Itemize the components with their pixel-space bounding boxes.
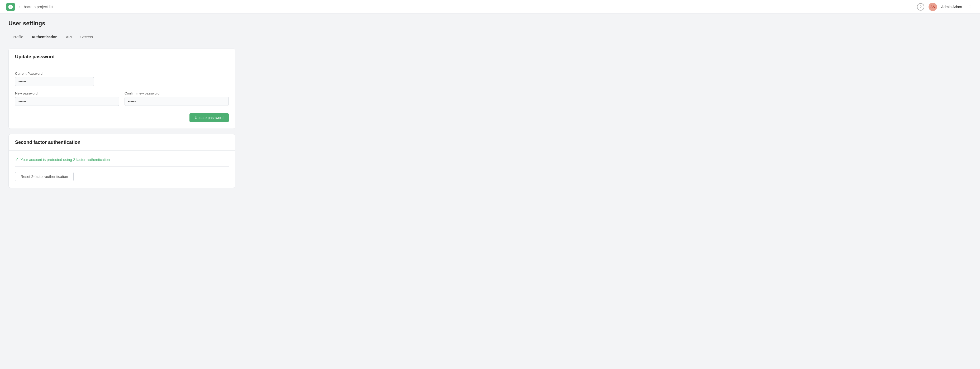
tab-api[interactable]: API <box>62 32 76 42</box>
tabs-nav: Profile Authentication API Secrets <box>8 32 972 42</box>
confirm-password-input[interactable] <box>124 97 229 106</box>
page-title: User settings <box>8 20 972 27</box>
user-name: Admin Adam <box>941 5 962 9</box>
new-password-label: New password <box>15 91 119 95</box>
two-factor-status-text: Your account is protected using 2-factor… <box>21 157 110 162</box>
app-logo[interactable] <box>6 3 15 11</box>
topbar: ← back to project list ? AA Admin Adam ⋮ <box>0 0 980 14</box>
current-password-input[interactable] <box>15 77 94 86</box>
avatar[interactable]: AA <box>929 3 937 11</box>
tab-profile[interactable]: Profile <box>8 32 27 42</box>
back-link-label: back to project list <box>24 5 53 9</box>
current-password-label: Current Password <box>15 72 229 75</box>
two-factor-status: ✓ Your account is protected using 2-fact… <box>15 157 229 167</box>
two-factor-card-body: ✓ Your account is protected using 2-fact… <box>9 151 235 188</box>
update-password-actions: Update password <box>15 111 229 122</box>
update-password-button[interactable]: Update password <box>189 113 229 122</box>
update-password-title: Update password <box>15 54 229 60</box>
confirm-password-label: Confirm new password <box>124 91 229 95</box>
topbar-left: ← back to project list <box>6 3 53 11</box>
check-icon: ✓ <box>15 157 19 162</box>
tab-authentication[interactable]: Authentication <box>27 32 62 42</box>
back-arrow-icon: ← <box>18 5 22 9</box>
topbar-right: ? AA Admin Adam ⋮ <box>917 3 974 11</box>
help-icon[interactable]: ? <box>917 3 924 11</box>
new-password-row: New password Confirm new password <box>15 91 229 111</box>
current-password-group: Current Password <box>15 72 229 86</box>
update-password-card-body: Current Password New password Confirm ne… <box>9 65 235 129</box>
two-factor-card: Second factor authentication ✓ Your acco… <box>8 134 235 188</box>
reset-two-factor-button[interactable]: Reset 2-factor-authentication <box>15 172 74 181</box>
back-to-project-list-link[interactable]: ← back to project list <box>18 5 53 9</box>
two-factor-card-header: Second factor authentication <box>9 134 235 151</box>
more-options-icon[interactable]: ⋮ <box>966 3 974 11</box>
page-content: User settings Profile Authentication API… <box>0 14 980 200</box>
new-password-group: New password <box>15 91 119 106</box>
tab-secrets[interactable]: Secrets <box>76 32 97 42</box>
new-password-input[interactable] <box>15 97 119 106</box>
confirm-password-group: Confirm new password <box>124 91 229 106</box>
two-factor-title: Second factor authentication <box>15 140 229 145</box>
update-password-card-header: Update password <box>9 49 235 65</box>
update-password-card: Update password Current Password New pas… <box>8 49 235 129</box>
